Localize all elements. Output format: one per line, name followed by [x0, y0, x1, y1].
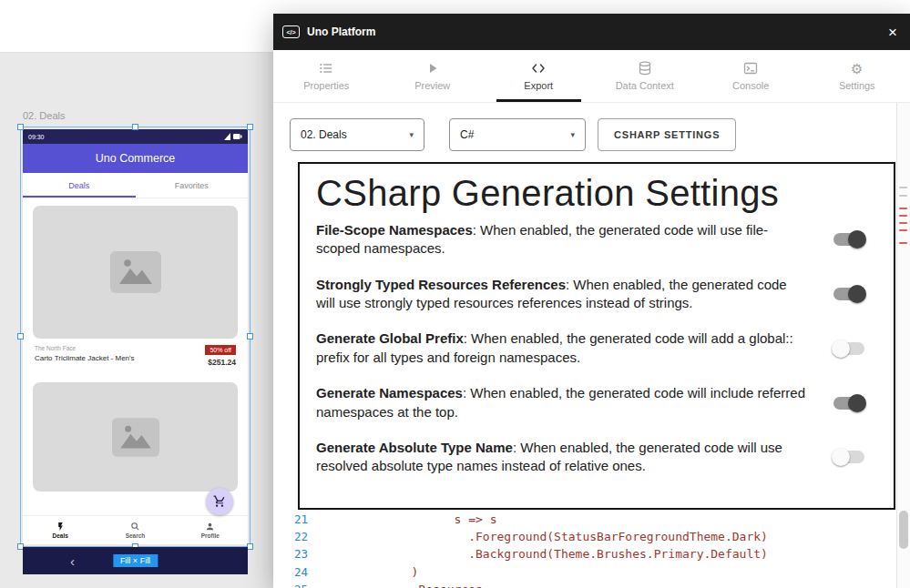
toggle-strongly-typed-resources[interactable] [833, 288, 864, 300]
minimap-mark [899, 215, 907, 217]
setting-text: Generate Absolute Type Name: When enable… [316, 439, 833, 476]
setting-label: Generate Namespaces [316, 385, 463, 400]
setting-text: Generate Namespaces: When enabled, the g… [316, 384, 833, 421]
line-number: 22 [281, 530, 308, 543]
tab-label: Export [524, 80, 553, 91]
close-icon[interactable]: × [884, 25, 901, 40]
selection-handle[interactable] [132, 124, 138, 130]
selection-handle[interactable] [247, 333, 253, 340]
toggle-file-scope-namespaces[interactable] [833, 233, 864, 246]
line-number: 23 [281, 547, 308, 561]
code-text: ) [312, 565, 418, 579]
line-number: 25 [281, 583, 308, 588]
tab-label: Console [732, 80, 769, 91]
tab-export[interactable]: Export [486, 50, 592, 102]
selection-handle[interactable] [17, 124, 24, 130]
setting-text: Generate Global Prefix: When enabled, th… [316, 329, 833, 367]
code-editor[interactable]: 21 s => s 22 .Foreground(StatusBarForegr… [281, 511, 889, 588]
setting-row: Generate Namespaces: When enabled, the g… [316, 384, 877, 421]
export-toolbar: 02. Deals ▾ C# ▾ CSHARP SETTINGS [273, 103, 910, 151]
tab-label: Properties [303, 80, 349, 91]
tab-data-context[interactable]: Data Context [592, 50, 699, 102]
csharp-settings-dialog: CSharp Generation Settings File-Scope Na… [298, 162, 895, 510]
setting-text: Strongly Typed Resources References: Whe… [316, 276, 833, 313]
code-line: 24 ) [281, 563, 889, 581]
minimap-mark [899, 229, 907, 231]
setting-row: File-Scope Namespaces: When enabled, the… [316, 221, 877, 259]
toggle-generate-absolute-type-name[interactable] [833, 451, 864, 463]
minimap-mark [899, 195, 907, 197]
page-select[interactable]: 02. Deals ▾ [290, 118, 424, 151]
list-icon [319, 61, 333, 76]
tab-properties[interactable]: Properties [273, 50, 380, 102]
tab-console[interactable]: Console [698, 50, 804, 102]
gear-icon: ⚙ [851, 62, 863, 76]
line-number: 21 [281, 512, 308, 526]
frame-size-toolbar: ‹ Fill × Fill [23, 547, 248, 574]
tab-preview[interactable]: Preview [380, 50, 486, 102]
toggle-generate-global-prefix[interactable] [833, 342, 864, 355]
toggle-knob [832, 340, 850, 358]
setting-label: Strongly Typed Resources References [316, 277, 566, 292]
setting-label: Generate Absolute Type Name [316, 440, 513, 455]
selection-handle[interactable] [247, 543, 253, 550]
editor-minimap[interactable] [896, 103, 910, 588]
setting-label: Generate Global Prefix [316, 330, 464, 346]
tab-label: Preview [414, 80, 450, 91]
window-title-bar: </> Uno Platform × [273, 14, 910, 50]
code-text: Resources [312, 583, 483, 588]
toggle-knob [848, 285, 866, 303]
chevron-down-icon: ▾ [409, 130, 414, 139]
selection-frame [20, 127, 251, 547]
scrollbar-thumb[interactable] [899, 511, 908, 549]
code-line: 21 s => s [281, 511, 889, 528]
page-select-value: 02. Deals [301, 128, 347, 141]
play-icon [425, 61, 440, 76]
minimap-mark [899, 222, 907, 224]
selection-handle[interactable] [247, 124, 253, 130]
minimap-mark [899, 242, 907, 244]
csharp-settings-button[interactable]: CSHARP SETTINGS [598, 118, 736, 151]
tab-settings[interactable]: ⚙ Settings [804, 50, 910, 102]
tab-label: Settings [839, 80, 875, 91]
window-title: Uno Platform [307, 25, 375, 38]
selection-handle[interactable] [17, 333, 24, 340]
setting-text: File-Scope Namespaces: When enabled, the… [316, 221, 833, 259]
code-icon [531, 61, 546, 76]
code-text: .Background(Theme.Brushes.Primary.Defaul… [312, 547, 768, 561]
minimap-mark [899, 208, 907, 209]
setting-row: Generate Absolute Type Name: When enable… [316, 439, 877, 476]
terminal-icon [743, 61, 758, 76]
language-select[interactable]: C# ▾ [449, 118, 586, 151]
code-line: 23 .Background(Theme.Brushes.Primary.Def… [281, 545, 889, 563]
setting-row: Strongly Typed Resources References: Whe… [316, 276, 877, 313]
setting-label: File-Scope Namespaces [316, 222, 473, 238]
uno-logo-icon: </> [282, 25, 300, 38]
code-line: 25 Resources [281, 581, 889, 588]
toggle-knob [848, 394, 866, 412]
minimap-mark [899, 187, 907, 188]
toggle-knob [832, 448, 850, 466]
uno-platform-window: </> Uno Platform × Properties Preview Ex… [273, 14, 910, 588]
database-icon [638, 61, 652, 76]
toggle-knob [848, 230, 866, 248]
setting-row: Generate Global Prefix: When enabled, th… [316, 329, 877, 367]
fill-size-badge[interactable]: Fill × Fill [113, 554, 158, 567]
artboard-label[interactable]: 02. Deals [23, 110, 65, 121]
main-tab-strip: Properties Preview Export Data Context [273, 50, 910, 103]
toggle-generate-namespaces[interactable] [833, 397, 864, 410]
language-select-value: C# [460, 128, 474, 141]
code-text: s => s [312, 512, 497, 526]
back-chevron-icon[interactable]: ‹ [70, 554, 75, 568]
code-line: 22 .Foreground(StatusBarForegroundTheme.… [281, 528, 889, 545]
code-text: .Foreground(StatusBarForegroundTheme.Dar… [312, 530, 768, 543]
line-number: 24 [281, 565, 308, 579]
tab-label: Data Context [616, 80, 674, 91]
dialog-title: CSharp Generation Settings [316, 173, 877, 214]
chevron-down-icon: ▾ [570, 130, 575, 139]
